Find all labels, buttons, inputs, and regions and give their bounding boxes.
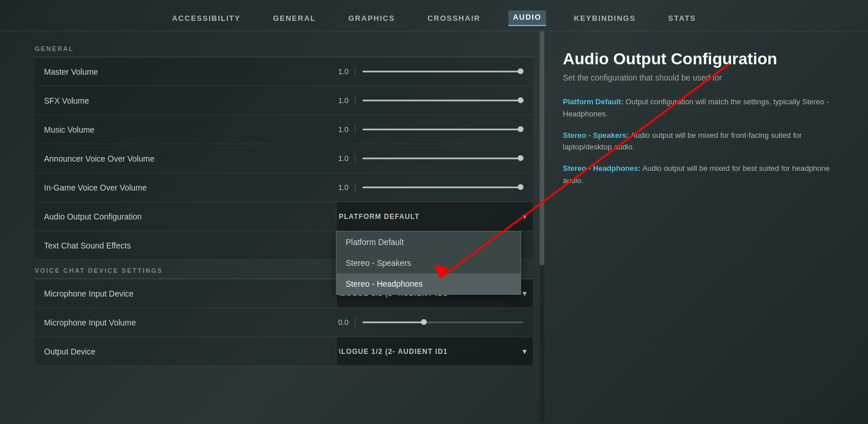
music-volume-label: Music Volume: [35, 125, 336, 134]
announcer-volume-row: Announcer Voice Over Volume 1.0: [35, 144, 533, 173]
dropdown-option-platform-default[interactable]: Platform Default: [336, 232, 521, 253]
dropdown-option-stereo-speakers[interactable]: Stereo - Speakers: [336, 253, 521, 273]
master-volume-slider[interactable]: [362, 71, 523, 72]
sfx-volume-label: SFX Volume: [35, 96, 336, 105]
output-device-label: Output Device: [35, 347, 336, 356]
audio-output-value: PLATFORM DEFAULT: [339, 213, 420, 221]
nav-keybindings[interactable]: KEYBINDINGS: [569, 12, 640, 25]
sfx-volume-slider[interactable]: [362, 100, 523, 101]
audio-output-label: Audio Output Configuration: [35, 212, 336, 221]
music-volume-slider[interactable]: [362, 129, 523, 130]
master-volume-row: Master Volume 1.0: [35, 57, 533, 86]
dropdown-option-stereo-headphones[interactable]: Stereo - Headphones: [336, 273, 521, 294]
ingame-voice-row: In-Game Voice Over Volume 1.0: [35, 173, 533, 202]
top-nav: ACCESSIBILITY GENERAL GRAPHICS CROSSHAIR…: [0, 0, 868, 31]
main-content: GENERAL Master Volume 1.0 SFX Volume 1.0: [0, 31, 868, 422]
mic-input-volume-slider[interactable]: [362, 321, 523, 323]
audio-output-dropdown-menu: Platform Default Stereo - Speakers Stere…: [336, 231, 521, 295]
dropdown-arrow-icon: ▼: [521, 213, 528, 221]
audio-output-dropdown[interactable]: PLATFORM DEFAULT ▼: [336, 202, 533, 231]
info-subtitle: Set the configuration that should be use…: [563, 73, 849, 82]
info-platform-default: Platform Default: Output configuration w…: [563, 96, 849, 120]
ingame-voice-value: 1.0: [338, 183, 356, 192]
mic-input-volume-label: Microphone Input Volume: [35, 318, 336, 327]
sfx-volume-control[interactable]: 1.0: [336, 96, 533, 105]
mic-input-volume-control[interactable]: 0.0: [336, 318, 533, 327]
output-device-dropdown[interactable]: \LOGUE 1/2 (2- AUDIENT ID1 ▼: [336, 337, 533, 365]
sfx-volume-row: SFX Volume 1.0: [35, 86, 533, 115]
mic-input-volume-value: 0.0: [338, 318, 356, 327]
master-volume-value: 1.0: [338, 67, 356, 76]
nav-general[interactable]: GENERAL: [268, 12, 320, 25]
ingame-voice-control[interactable]: 1.0: [336, 183, 533, 192]
audio-output-row: Audio Output Configuration PLATFORM DEFA…: [35, 202, 533, 231]
nav-accessibility[interactable]: ACCESSIBILITY: [167, 12, 245, 25]
info-stereo-headphones: Stereo - Headphones: Audio output will b…: [563, 163, 849, 187]
info-title: Audio Output Configuration: [563, 50, 849, 68]
music-volume-control[interactable]: 1.0: [336, 125, 533, 134]
nav-stats[interactable]: STATS: [664, 12, 701, 25]
output-device-row: Output Device \LOGUE 1/2 (2- AUDIENT ID1…: [35, 337, 533, 366]
announcer-volume-label: Announcer Voice Over Volume: [35, 154, 336, 163]
general-section-label: GENERAL: [35, 45, 544, 52]
info-stereo-headphones-term: Stereo - Headphones:: [563, 164, 640, 173]
output-device-arrow-icon: ▼: [521, 348, 528, 356]
mic-input-volume-row: Microphone Input Volume 0.0: [35, 308, 533, 337]
right-panel: Audio Output Configuration Set the confi…: [544, 31, 868, 422]
music-volume-row: Music Volume 1.0: [35, 115, 533, 144]
scroll-thumb[interactable]: [540, 31, 544, 265]
master-volume-label: Master Volume: [35, 67, 336, 76]
info-stereo-speakers: Stereo - Speakers: Audio output will be …: [563, 130, 849, 154]
announcer-volume-value: 1.0: [338, 154, 356, 163]
general-settings-list: Master Volume 1.0 SFX Volume 1.0: [35, 57, 533, 260]
sfx-volume-value: 1.0: [338, 96, 356, 105]
mic-input-device-label: Microphone Input Device: [35, 289, 336, 298]
announcer-volume-control[interactable]: 1.0: [336, 154, 533, 163]
nav-audio[interactable]: AUDIO: [508, 10, 546, 26]
nav-graphics[interactable]: GRAPHICS: [344, 12, 400, 25]
output-device-value: \LOGUE 1/2 (2- AUDIENT ID1: [339, 348, 448, 356]
master-volume-control[interactable]: 1.0: [336, 67, 533, 76]
info-stereo-speakers-term: Stereo - Speakers:: [563, 131, 629, 140]
text-chat-label: Text Chat Sound Effects: [35, 241, 336, 250]
scrollbar[interactable]: [540, 31, 544, 422]
left-panel: GENERAL Master Volume 1.0 SFX Volume 1.0: [0, 31, 544, 422]
music-volume-value: 1.0: [338, 125, 356, 134]
info-platform-default-term: Platform Default:: [563, 97, 624, 106]
mic-device-arrow-icon: ▼: [521, 290, 528, 298]
ingame-voice-slider[interactable]: [362, 187, 523, 188]
ingame-voice-label: In-Game Voice Over Volume: [35, 183, 336, 192]
nav-crosshair[interactable]: CROSSHAIR: [423, 12, 485, 25]
announcer-volume-slider[interactable]: [362, 158, 523, 159]
